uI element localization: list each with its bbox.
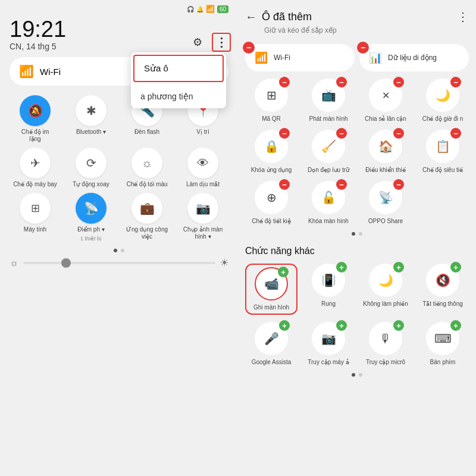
calc-circle: ⊞	[20, 193, 51, 224]
toggle-screenshot[interactable]: 📷 Chụp ảnh màn hình ▾	[177, 193, 228, 242]
toggle-bluetooth[interactable]: ✱ Bluetooth ▾	[65, 95, 117, 143]
applock-tile[interactable]: 🔒 − Khóa ứng dụng	[245, 130, 298, 174]
battery-minus[interactable]: −	[279, 179, 290, 190]
lockscreen-icon: 🔓	[321, 190, 336, 205]
toggle-dark-mode[interactable]: ☼ Chế độ tối màu	[121, 148, 173, 188]
battery-saver-icon: ⊕	[267, 190, 277, 205]
nearby-icon: ✕	[382, 90, 390, 101]
mute-label: Tắt tiếng thông	[422, 300, 463, 308]
menu-icon: ⋮	[215, 35, 227, 49]
battery-tile[interactable]: ⊕ − Chế độ tiết kiệ	[245, 181, 298, 225]
qr-tile[interactable]: ⊞ − Mã QR	[245, 79, 298, 123]
edit-tile-item[interactable]: Sửa ô	[133, 55, 224, 82]
flashlight-label: Đèn flash	[134, 129, 159, 136]
bell-icon: 🔔	[196, 6, 203, 12]
record-label: Ghi màn hình	[253, 304, 289, 311]
media-item[interactable]: a phương tiện	[131, 84, 226, 108]
brightness-row[interactable]: ☼ ☀	[0, 255, 238, 273]
superpower-circle: 📋 −	[426, 130, 459, 163]
keyboard-label: Bàn phím	[430, 359, 456, 366]
applock-minus[interactable]: −	[279, 128, 290, 139]
toggle-airplane[interactable]: ✈ Chế độ máy bay	[10, 148, 61, 188]
toggle-silent[interactable]: 🔕 Chế độ imlặng	[10, 95, 61, 143]
vibrate-plus[interactable]: +	[336, 262, 347, 273]
assistant-plus[interactable]: +	[279, 320, 290, 331]
superpower-minus[interactable]: −	[450, 128, 461, 139]
dnd-plus[interactable]: +	[393, 262, 404, 273]
toggle-hotspot[interactable]: 📡 Điểm ph ▾ 1 thiết bị	[65, 193, 117, 242]
location-label: Vị trí	[196, 129, 209, 136]
screencast-minus[interactable]: −	[336, 77, 347, 87]
brightness-low-icon: ☼	[10, 258, 18, 268]
lockscreen-minus[interactable]: −	[336, 179, 347, 190]
brightness-track[interactable]	[23, 262, 215, 264]
oppo-share-tile[interactable]: 📡 − OPPO Share	[359, 181, 412, 225]
small-grid-3: ⊕ − Chế độ tiết kiệ 🔓 − Khóa màn hình 📡 …	[238, 178, 476, 230]
bottom-dot-1	[352, 373, 355, 377]
superpower-tile[interactable]: 📋 − Chế độ siêu tiế	[416, 130, 469, 174]
keyboard-icon: ⌨	[434, 331, 452, 346]
vibrate-tile[interactable]: 📳 + Rung	[302, 264, 355, 315]
keyboard-tile[interactable]: ⌨ + Bàn phím	[416, 322, 469, 366]
nearby-minus[interactable]: −	[393, 77, 404, 87]
more-button[interactable]: ⋮	[457, 10, 469, 24]
lockscreen-tile[interactable]: 🔓 − Khóa màn hình	[302, 181, 355, 225]
bedtime-label: Chế độ giờ đi n	[422, 115, 464, 123]
camera-access-tile[interactable]: 📷 + Truy cập máy ả	[302, 322, 355, 366]
right-dots	[238, 230, 476, 240]
brightness-high-icon: ☀	[220, 257, 228, 268]
nearby-tile[interactable]: ✕ − Chia sẻ lân cận	[359, 79, 412, 123]
homecontrol-minus[interactable]: −	[393, 128, 404, 139]
cleanup-minus[interactable]: −	[336, 128, 347, 139]
homecontrol-tile[interactable]: 🏠 − Điều khiển thiế	[359, 130, 412, 174]
qr-label: Mã QR	[262, 115, 281, 123]
brightness-thumb[interactable]	[61, 258, 71, 268]
toggle-auto-rotate[interactable]: ⟳ Tự động xoay	[65, 148, 117, 188]
record-plus[interactable]: +	[278, 267, 289, 277]
status-bar: 🎧 🔔 📶 60	[0, 0, 238, 15]
toggle-work-apps[interactable]: 💼 Ứng dụng công việc	[121, 193, 173, 242]
bedtime-tile[interactable]: 🌙 − Chế độ giờ đi n	[416, 79, 469, 123]
signal-icon: 📶	[206, 5, 215, 13]
data-added-tile[interactable]: − 📊 Dữ liệu di động	[359, 44, 469, 71]
toggle-calculator[interactable]: ⊞ Máy tính	[10, 193, 61, 242]
calc-label: Máy tính	[24, 226, 46, 233]
qr-minus[interactable]: −	[279, 77, 290, 87]
bedtime-circle: 🌙 −	[426, 79, 459, 112]
screencast-icon: 📺	[321, 88, 336, 102]
cleanup-tile[interactable]: 🧹 − Dọn đẹp lưu trữ	[302, 130, 355, 174]
rotate-label: Tự động xoay	[73, 181, 109, 188]
mic-access-tile[interactable]: 🎙 + Truy cập micrô	[359, 322, 412, 366]
data-minus[interactable]: −	[357, 42, 369, 54]
bedtime-minus[interactable]: −	[450, 77, 461, 87]
keyboard-plus[interactable]: +	[450, 320, 461, 331]
mic-access-icon: 🎙	[380, 332, 392, 346]
back-button[interactable]: ←	[245, 10, 257, 24]
wifi-added-tile[interactable]: − 📶 Wi-Fi	[245, 44, 355, 71]
work-label: Ứng dụng công việc	[121, 226, 173, 240]
right-panel: ← Ô đã thêm ⋮ Giữ và kéo để sắp xếp − 📶 …	[238, 0, 476, 476]
mute-circle: 🔇 +	[426, 264, 459, 297]
record-screen-tile[interactable]: 📹 + Ghi màn hình	[245, 264, 298, 315]
mute-tile[interactable]: 🔇 + Tắt tiếng thông	[416, 264, 469, 315]
mute-plus[interactable]: +	[450, 262, 461, 273]
applock-circle: 🔒 −	[255, 130, 288, 163]
bluetooth-circle: ✱	[76, 95, 107, 126]
qr-circle: ⊞ −	[255, 79, 288, 112]
airplane-label: Chế độ máy bay	[13, 181, 57, 188]
superpower-icon: 📋	[436, 139, 450, 154]
mic-access-plus[interactable]: +	[393, 320, 404, 331]
homecontrol-icon: 🏠	[378, 139, 393, 154]
google-assistant-tile[interactable]: 🎤 + Google Assista	[245, 322, 298, 366]
dnd-tile[interactable]: 🌙 + Không làm phiền	[359, 264, 412, 315]
assistant-icon: 🎤	[264, 331, 279, 346]
menu-button[interactable]: ⋮	[212, 33, 231, 52]
screencast-tile[interactable]: 📺 − Phát màn hình	[302, 79, 355, 123]
toggle-eye-comfort[interactable]: 👁 Làm dịu mắt	[177, 148, 228, 188]
oppo-share-minus[interactable]: −	[393, 179, 404, 190]
camera-access-plus[interactable]: +	[336, 320, 347, 331]
wifi-minus[interactable]: −	[243, 42, 255, 54]
settings-icon: ⚙	[193, 36, 202, 49]
settings-button[interactable]: ⚙	[188, 33, 207, 52]
mute-icon: 🔇	[436, 273, 450, 287]
